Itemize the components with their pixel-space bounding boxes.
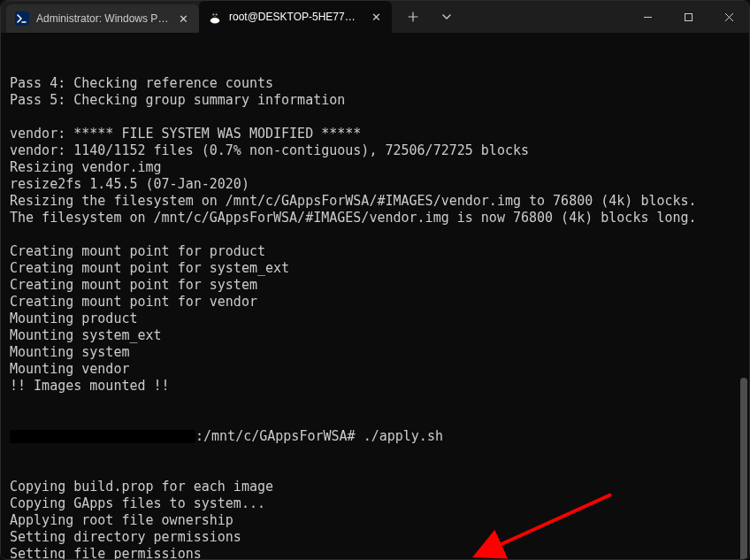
terminal-line (10, 226, 742, 243)
terminal-line: Mounting system (10, 344, 742, 361)
terminal-line: Pass 5: Checking group summary informati… (10, 92, 742, 109)
prompt-line-1: :/mnt/c/GAppsForWSA# ./apply.sh (10, 428, 742, 445)
terminal-area[interactable]: Pass 4: Checking reference countsPass 5:… (1, 33, 749, 559)
terminal-line: Resizing vendor.img (10, 159, 742, 176)
terminal-line: Mounting vendor (10, 361, 742, 378)
terminal-line: Setting file permissions (10, 546, 742, 559)
terminal-line: Creating mount point for product (10, 243, 742, 260)
terminal-line: Setting directory permissions (10, 529, 742, 546)
terminal-line: resize2fs 1.45.5 (07-Jan-2020) (10, 176, 742, 193)
window-controls (627, 1, 749, 33)
terminal-output: Copying build.prop for each imageCopying… (10, 479, 742, 559)
svg-point-3 (210, 18, 219, 23)
tab-close-button[interactable]: ✕ (369, 10, 383, 24)
prompt-command: ./apply.sh (364, 428, 443, 444)
terminal-line: Mounting product (10, 311, 742, 327)
minimize-button[interactable] (627, 1, 668, 33)
tab-close-button[interactable]: ✕ (176, 12, 190, 26)
terminal-line: Copying GApps files to system... (10, 495, 742, 512)
terminal-line: vendor: ***** FILE SYSTEM WAS MODIFIED *… (10, 126, 742, 142)
terminal-line (10, 109, 742, 126)
svg-point-6 (213, 14, 214, 15)
tab-powershell[interactable]: Administrator: Windows PowerS ✕ (6, 4, 199, 33)
tab-label: Administrator: Windows PowerS (36, 12, 169, 25)
tab-strip: Administrator: Windows PowerS ✕ root@DES… (1, 1, 392, 33)
terminal-line: Resizing the filesystem on /mnt/c/GAppsF… (10, 193, 742, 210)
new-tab-button[interactable] (401, 4, 425, 29)
terminal-output: Pass 4: Checking reference countsPass 5:… (10, 75, 742, 395)
maximize-button[interactable] (668, 1, 708, 33)
tab-actions (392, 1, 459, 33)
prompt-path: :/mnt/c/GAppsForWSA# (195, 428, 364, 444)
terminal-line: Creating mount point for system (10, 277, 742, 294)
terminal-line: !! Images mounted !! (10, 378, 742, 395)
terminal-line: Creating mount point for vendor (10, 294, 742, 311)
svg-rect-9 (685, 13, 692, 20)
terminal-line: Mounting system_ext (10, 327, 742, 344)
terminal-line: vendor: 1140/1152 files (0.7% non-contig… (10, 142, 742, 159)
terminal-line: Creating mount point for system_ext (10, 260, 742, 277)
linux-icon (208, 10, 222, 24)
tab-linux[interactable]: root@DESKTOP-5HE77VO: /mn ✕ (199, 1, 392, 33)
powershell-icon (15, 12, 29, 26)
title-bar: Administrator: Windows PowerS ✕ root@DES… (1, 1, 749, 33)
titlebar-drag-area[interactable] (459, 1, 627, 33)
terminal-line: The filesystem on /mnt/c/GAppsForWSA/#IM… (10, 210, 742, 226)
terminal-line: Applying root file ownership (10, 512, 742, 529)
svg-rect-0 (15, 12, 29, 26)
terminal-line: Pass 4: Checking reference counts (10, 75, 742, 92)
scrollbar-thumb[interactable] (740, 378, 747, 559)
tab-dropdown-button[interactable] (434, 4, 459, 29)
svg-point-2 (211, 12, 218, 19)
tab-label: root@DESKTOP-5HE77VO: /mn (229, 11, 362, 23)
svg-point-7 (216, 14, 217, 15)
close-window-button[interactable] (708, 1, 749, 33)
redacted-user-host (10, 430, 195, 443)
terminal-line: Copying build.prop for each image (10, 479, 742, 495)
